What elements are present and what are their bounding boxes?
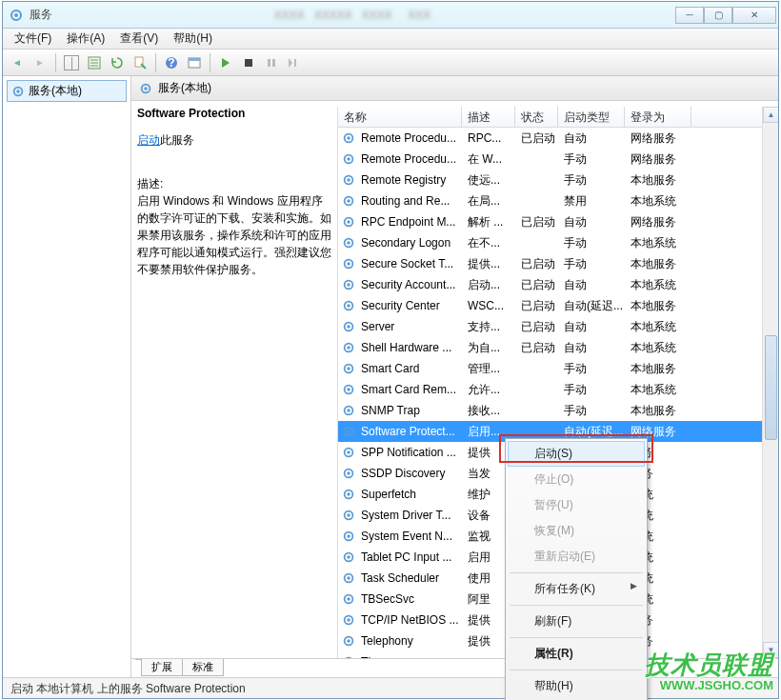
cell-name: Tablet PC Input ... [357,550,464,564]
menu-separator [510,637,643,638]
gear-icon [11,85,25,98]
service-row[interactable]: Remote Procedu...在 W...手动网络服务 [338,149,778,170]
service-row[interactable]: RPC Endpoint M...解析 ...已启动自动网络服务 [338,211,778,232]
stop-service-button[interactable] [238,52,259,73]
svg-point-66 [347,618,350,622]
window-buttons: ─ ▢ ✕ [675,7,776,24]
cell-name: SNMP Trap [357,404,464,417]
cell-name: Remote Procedu... [357,131,464,145]
service-row[interactable]: SNMP Trap接收...手动本地服务 [338,400,778,421]
tree-item-services[interactable]: 服务(本地) [7,80,127,102]
menu-view[interactable]: 查看(V) [112,29,166,49]
description-text: 启用 Windows 和 Windows 应用程序的数字许可证的下载、安装和实施… [137,192,333,278]
menu-separator [510,670,643,670]
cell-logon: 本地系统 [627,382,693,398]
cell-name: Telephony [357,634,464,648]
service-row[interactable]: Remote Registry使远...手动本地服务 [338,170,778,190]
service-row[interactable]: Smart Card Rem...允许...手动本地系统 [338,379,778,400]
service-row[interactable]: Shell Hardware ...为自...已启动自动本地系统 [338,337,778,358]
cell-desc: 提供... [464,256,517,272]
cell-startup: 自动 [560,277,627,293]
col-desc[interactable]: 描述 [462,107,515,127]
cell-name: System Driver T... [357,509,464,522]
menu-item[interactable]: 帮助(H) [508,673,645,699]
svg-point-46 [347,409,350,412]
properties-button[interactable] [84,52,105,73]
service-row[interactable]: Server支持...已启动自动本地系统 [338,316,778,337]
cell-name: Shell Hardware ... [357,341,464,354]
svg-point-38 [347,325,350,329]
right-pane: 服务(本地) Software Protection 启动此服务 描述: 启用 … [131,76,778,677]
service-row[interactable]: Secondary Logon在不...手动本地系统 [338,232,778,253]
cell-startup: 手动 [560,403,627,419]
show-hide-tree-button[interactable] [61,52,82,73]
service-row[interactable]: Smart Card管理...手动本地服务 [338,358,778,379]
cell-startup: 手动 [560,151,627,168]
back-button[interactable] [7,52,28,73]
restart-service-button[interactable] [284,52,305,73]
cell-desc: 管理... [464,361,517,377]
menu-help[interactable]: 帮助(H) [166,29,220,49]
col-startup[interactable]: 启动类型 [558,107,625,127]
start-service-button[interactable] [215,52,236,73]
svg-point-56 [347,513,350,517]
scroll-thumb[interactable] [765,335,777,440]
cell-status: 已启动 [517,298,560,314]
cell-name: Task Scheduler [357,571,464,585]
separator [210,53,210,72]
highlight-box [499,434,653,463]
column-headers: 名称 描述 状态 启动类型 登录为 [338,107,778,128]
cell-name: Security Center [357,299,464,312]
maximize-button[interactable]: ▢ [704,7,732,24]
service-row[interactable]: Security CenterWSC...已启动自动(延迟...本地服务 [338,295,778,316]
vertical-scrollbar[interactable]: ▲ ▼ [762,107,778,658]
service-row[interactable]: Security Account...启动...已启动自动本地系统 [338,274,778,295]
forward-button[interactable] [30,52,50,73]
pause-service-button[interactable] [261,52,282,73]
menu-action[interactable]: 操作(A) [59,29,112,49]
menu-item[interactable]: 属性(R) [508,641,645,667]
service-row[interactable]: Remote Procedu...RPC...已启动自动网络服务 [338,128,778,149]
cell-startup: 手动 [560,361,627,377]
minimize-button[interactable]: ─ [675,7,704,24]
gear-icon [139,82,152,95]
scroll-up-button[interactable]: ▲ [763,107,778,123]
col-status[interactable]: 状态 [515,107,558,127]
menu-separator [510,605,643,606]
service-row[interactable]: Secure Socket T...提供...已启动手动本地服务 [338,253,778,274]
cell-startup: 自动 [560,214,627,230]
start-suffix: 此服务 [160,133,194,147]
start-service-link[interactable]: 启动 [137,133,160,147]
menu-file[interactable]: 文件(F) [7,29,59,49]
pane-title: 服务(本地) [158,80,211,96]
col-name[interactable]: 名称 [338,107,462,127]
cell-startup: 禁用 [560,193,627,210]
help-button[interactable]: ? [161,52,182,73]
toolbar-icon[interactable] [184,52,205,73]
close-button[interactable]: ✕ [732,7,776,24]
cell-status: 已启动 [517,277,560,293]
tab-standard[interactable]: 标准 [182,659,224,676]
menu-separator [510,572,643,573]
svg-rect-11 [245,59,252,67]
menu-item[interactable]: 刷新(F) [508,609,645,634]
cell-name: Security Account... [357,278,464,291]
cell-name: Smart Card Rem... [357,383,464,396]
titlebar[interactable]: 服务 XXXX XXXXX XXXX XXX ─ ▢ ✕ [3,2,778,29]
svg-rect-13 [272,59,275,67]
menu-item[interactable]: 所有任务(K) [508,576,645,602]
cell-name: Software Protect... [357,425,464,438]
col-logon[interactable]: 登录为 [625,107,691,127]
export-button[interactable] [130,52,150,73]
refresh-button[interactable] [107,52,128,73]
cell-desc: 在局... [464,193,517,210]
cell-startup: 手动 [560,235,627,251]
description-label: 描述: [137,175,333,192]
cell-startup: 自动 [560,130,627,147]
tab-extended[interactable]: 扩展 [141,659,183,676]
svg-rect-12 [268,59,270,67]
service-row[interactable]: Routing and Re...在局...禁用本地系统 [338,190,778,211]
cell-name: Superfetch [357,488,464,501]
svg-point-1 [14,13,18,17]
watermark: 技术员联盟 WWW.JSGHO.COM [645,649,773,692]
